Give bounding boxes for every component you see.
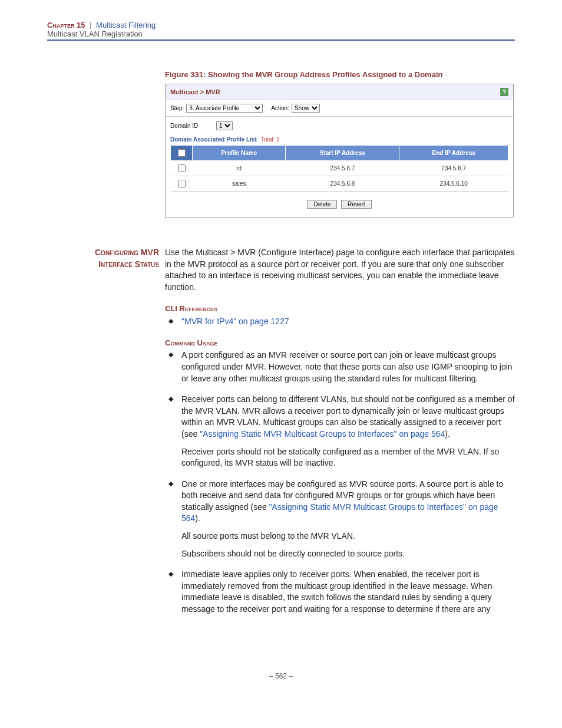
header-separator: |: [90, 21, 91, 29]
cell-profile-name: sales: [193, 176, 286, 192]
section-label: Multicast Filtering: [96, 21, 156, 29]
breadcrumb: Multicast > MVR: [170, 88, 220, 95]
cli-references-heading: CLI References: [165, 304, 515, 314]
list-item: "MVR for IPv4" on page 1227: [165, 316, 515, 328]
command-usage-heading: Command Usage: [165, 338, 515, 348]
domain-id-select[interactable]: 1: [216, 121, 233, 130]
revert-button[interactable]: Revert: [341, 200, 371, 209]
subsection-label: Multicast VLAN Registration: [47, 29, 515, 38]
list-item: One or more interfaces may be configured…: [165, 479, 515, 560]
col-profile-name: Profile Name: [193, 146, 286, 161]
assign-static-link[interactable]: "Assigning Static MVR Multicast Groups t…: [200, 429, 445, 439]
cell-profile-name: rd: [193, 161, 286, 176]
profile-table: Profile Name Start IP Address End IP Add…: [170, 145, 508, 192]
step-select[interactable]: 3. Associate Profile: [186, 104, 263, 113]
intro-paragraph: Use the Multicast > MVR (Configure Inter…: [165, 247, 515, 293]
profile-list-total: Total: 2: [261, 136, 280, 143]
row-checkbox[interactable]: [178, 180, 186, 187]
domain-id-label: Domain ID: [170, 123, 211, 129]
cli-link[interactable]: "MVR for IPv4" on page 1227: [181, 317, 289, 326]
list-item: A port configured as an MVR receiver or …: [165, 350, 515, 384]
list-item: Immediate leave applies only to receiver…: [165, 569, 515, 615]
select-all-checkbox[interactable]: [178, 149, 186, 157]
help-icon[interactable]: ?: [500, 88, 508, 96]
profile-list-label: Domain Associated Profile List: [170, 136, 257, 143]
col-start-ip: Start IP Address: [286, 146, 399, 161]
col-end-ip: End IP Address: [399, 146, 508, 161]
list-item: Receiver ports can belong to different V…: [165, 394, 515, 469]
row-checkbox[interactable]: [178, 164, 186, 172]
select-all-header[interactable]: [171, 146, 193, 161]
action-label: Action:: [271, 105, 289, 111]
delete-button[interactable]: Delete: [307, 200, 337, 209]
table-row: rd 234.5.6.7 234.5.6.7: [171, 161, 508, 176]
mvr-screenshot: Multicast > MVR ? Step: 3. Associate Pro…: [165, 84, 514, 218]
section-side-title: Configuring MVR Interface Status: [47, 247, 159, 625]
cell-end-ip: 234.5.6.7: [399, 161, 508, 176]
cell-start-ip: 234.5.6.7: [286, 161, 399, 176]
cell-end-ip: 234.5.6.10: [399, 176, 508, 192]
page-number: – 562 –: [47, 672, 515, 680]
action-select[interactable]: Show: [292, 104, 320, 113]
step-label: Step:: [170, 105, 184, 111]
figure-caption: Figure 331: Showing the MVR Group Addres…: [165, 70, 515, 79]
page-header: Chapter 15 | Multicast Filtering Multica…: [47, 21, 515, 41]
chapter-label: Chapter 15: [47, 21, 85, 29]
cell-start-ip: 234.5.6.8: [286, 176, 399, 192]
table-row: sales 234.5.6.8 234.5.6.10: [171, 176, 508, 192]
